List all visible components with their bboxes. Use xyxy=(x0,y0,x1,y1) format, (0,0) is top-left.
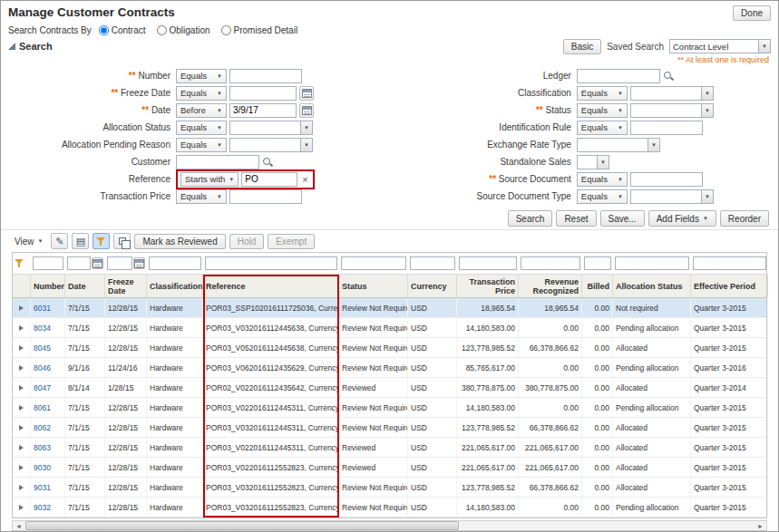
row-expander-cell[interactable] xyxy=(13,338,31,357)
cell-number[interactable]: 8045 xyxy=(31,338,65,357)
radio-contract[interactable] xyxy=(99,25,109,35)
cell-number[interactable]: 8061 xyxy=(31,398,65,417)
chevron-down-icon[interactable]: ▼ xyxy=(758,40,770,53)
row-expander-cell[interactable] xyxy=(13,298,31,317)
filter-input-freeze_date[interactable] xyxy=(107,256,132,270)
row-expander-cell[interactable] xyxy=(13,318,31,337)
search-by-option-contract[interactable]: Contract xyxy=(99,25,146,35)
row-expander-cell[interactable] xyxy=(13,498,31,517)
date-input[interactable] xyxy=(229,103,297,118)
number-operator[interactable]: Equals▼ xyxy=(176,69,227,83)
column-header-status[interactable]: Status xyxy=(339,275,408,297)
column-header-allocation_status[interactable]: Allocation Status xyxy=(613,275,691,297)
done-button[interactable]: Done xyxy=(733,5,771,21)
row-expander-icon[interactable] xyxy=(19,385,24,391)
row-expander-icon[interactable] xyxy=(19,445,24,450)
column-header-currency[interactable]: Currency xyxy=(408,275,457,297)
saved-search-select[interactable]: Contract Level ▼ xyxy=(669,39,771,53)
source-document-operator[interactable]: Equals▼ xyxy=(577,172,628,187)
chevron-down-icon[interactable]: ▼ xyxy=(648,139,659,151)
row-expander-icon[interactable] xyxy=(19,485,24,490)
source-document-input[interactable] xyxy=(630,172,703,187)
identification-rule-operator[interactable]: Equals▼ xyxy=(577,121,628,135)
column-header-effective_period[interactable]: Effective Period xyxy=(691,275,768,297)
row-expander-icon[interactable] xyxy=(19,305,24,311)
column-header-date[interactable]: Date xyxy=(65,275,105,297)
cell-number[interactable]: 8063 xyxy=(31,438,65,457)
filter-input-date[interactable] xyxy=(67,256,91,270)
status-operator[interactable]: Equals▼ xyxy=(577,103,628,118)
row-expander-icon[interactable] xyxy=(19,505,24,510)
column-header-classification[interactable]: Classification xyxy=(147,275,203,297)
search-disclosure-icon[interactable] xyxy=(8,43,15,50)
row-expander-icon[interactable] xyxy=(19,405,24,411)
date-picker-button[interactable] xyxy=(92,257,103,269)
cell-number[interactable]: 8062 xyxy=(31,418,65,437)
row-expander-icon[interactable] xyxy=(19,325,24,331)
allocation-status-select[interactable]: ▼ xyxy=(229,121,313,135)
filter-input-classification[interactable] xyxy=(149,256,201,270)
allocation-pending-reason-operator[interactable]: Equals▼ xyxy=(176,138,227,152)
chevron-down-icon[interactable]: ▼ xyxy=(701,87,713,100)
radio-obligation[interactable] xyxy=(157,25,167,35)
cell-number[interactable]: 6031 xyxy=(31,298,65,317)
table-row[interactable]: 80469/1/1611/24/16HardwarePOR03_V0620161… xyxy=(13,358,766,378)
row-expander-icon[interactable] xyxy=(19,345,24,351)
source-document-type-operator[interactable]: Equals▼ xyxy=(577,189,628,204)
column-header-freeze_date[interactable]: Freeze Date xyxy=(105,275,147,297)
date-picker-button[interactable] xyxy=(299,86,314,101)
basic-button[interactable]: Basic xyxy=(563,39,601,54)
classification-operator[interactable]: Equals▼ xyxy=(577,86,628,101)
row-expander-icon[interactable] xyxy=(19,365,24,371)
query-by-example-button[interactable] xyxy=(93,233,110,249)
identification-rule-input[interactable] xyxy=(630,121,703,135)
row-expander-icon[interactable] xyxy=(19,425,24,430)
chevron-down-icon[interactable]: ▼ xyxy=(701,104,713,117)
search-by-option-obligation[interactable]: Obligation xyxy=(157,25,210,35)
row-expander-cell[interactable] xyxy=(13,438,31,457)
ledger-input[interactable] xyxy=(577,69,660,83)
search-by-option-promised-detail[interactable]: Promised Detail xyxy=(221,25,298,35)
freeze-date-input[interactable] xyxy=(229,86,297,101)
row-expander-cell[interactable] xyxy=(13,358,31,377)
table-row[interactable]: 60317/1/1512/28/15HardwarePOR03_SSP10201… xyxy=(13,298,766,318)
column-header-number[interactable]: Number xyxy=(31,275,65,297)
view-menu-button[interactable]: View ▼ xyxy=(10,235,47,248)
filter-input-revenue_recognized[interactable] xyxy=(521,256,580,270)
detach-button[interactable] xyxy=(113,233,131,249)
filter-input-number[interactable] xyxy=(33,256,63,270)
filter-input-billed[interactable] xyxy=(584,256,611,270)
table-row[interactable]: 80478/1/141/28/15HardwarePOR02_V02201611… xyxy=(13,378,766,398)
search-icon[interactable] xyxy=(663,71,673,81)
freeze-date-operator[interactable]: Equals▼ xyxy=(176,86,227,101)
mark-as-reviewed-button[interactable]: Mark as Reviewed xyxy=(134,234,225,249)
cell-number[interactable]: 8047 xyxy=(31,378,65,397)
row-expander-cell[interactable] xyxy=(13,378,31,397)
number-input[interactable] xyxy=(229,69,302,83)
horizontal-scrollbar[interactable]: ◄ ► xyxy=(12,520,767,531)
transaction-price-input[interactable] xyxy=(229,189,302,204)
chevron-down-icon[interactable]: ▼ xyxy=(300,139,312,151)
allocation-status-operator[interactable]: Equals▼ xyxy=(176,121,227,135)
column-header-billed[interactable]: Billed xyxy=(582,275,613,297)
table-row[interactable]: 90317/1/1512/28/15HardwarePOR03_V0320161… xyxy=(13,478,766,498)
table-row[interactable]: 90327/1/1512/28/15HardwarePOR03_V0320161… xyxy=(13,498,766,517)
allocation-pending-reason-select[interactable]: ▼ xyxy=(229,138,313,152)
row-expander-cell[interactable] xyxy=(13,458,31,477)
table-row[interactable]: 80347/1/1512/28/15HardwarePOR03_V0320161… xyxy=(13,318,766,338)
scrollbar-thumb[interactable] xyxy=(25,521,459,530)
cell-number[interactable]: 9032 xyxy=(31,498,65,517)
row-expander-icon[interactable] xyxy=(19,465,24,470)
radio-promised-detail[interactable] xyxy=(221,25,231,35)
exchange-rate-type-select[interactable]: ▼ xyxy=(577,138,660,152)
table-row[interactable]: 80457/1/1512/28/15HardwarePOR03_V0520161… xyxy=(13,338,766,358)
chevron-down-icon[interactable]: ▼ xyxy=(300,121,312,134)
hold-button[interactable]: Hold xyxy=(229,234,265,249)
chevron-down-icon[interactable]: ▼ xyxy=(597,156,609,169)
filter-input-currency[interactable] xyxy=(410,256,455,270)
transaction-price-operator[interactable]: Equals▼ xyxy=(176,189,227,204)
table-row[interactable]: 90307/1/1512/28/15HardwarePOR03_V0220161… xyxy=(13,458,766,478)
filter-input-effective_period[interactable] xyxy=(693,256,766,270)
cell-number[interactable]: 8034 xyxy=(31,318,65,337)
source-document-type-select[interactable]: ▼ xyxy=(630,189,714,204)
